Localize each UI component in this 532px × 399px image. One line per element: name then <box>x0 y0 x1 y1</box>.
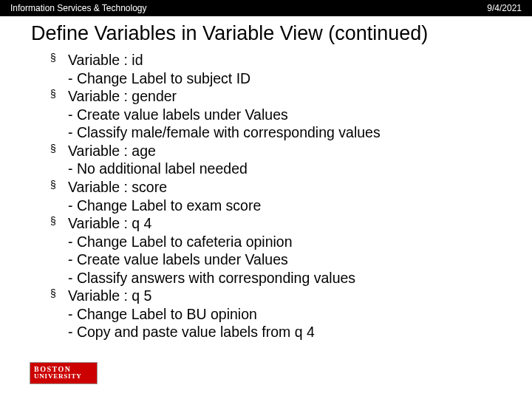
sub-item: - Copy and paste value labels from q 4 <box>50 323 532 341</box>
bullet-item: § Variable : id <box>50 51 532 69</box>
sub-item: - Create value labels under Values <box>50 250 532 269</box>
sub-item: - No additional label needed <box>50 160 532 178</box>
bullet-item: § Variable : age <box>50 142 532 160</box>
sub-item: - Classify answers with corresponding va… <box>50 269 532 287</box>
bullet-text: Variable : q 5 <box>68 287 151 304</box>
bullet-text: Variable : id <box>68 52 143 68</box>
bullet-text: Variable : score <box>68 179 167 195</box>
sub-item: - Classify male/female with correspondin… <box>50 123 532 142</box>
sub-item: - Change Label to exam score <box>50 197 532 215</box>
bullet-text: Variable : q 4 <box>68 215 151 231</box>
logo-line2: UNIVERSITY <box>34 373 97 380</box>
boston-university-logo: BOSTON UNIVERSITY <box>30 362 98 384</box>
bullet-item: § Variable : q 4 <box>50 214 532 233</box>
bullet-icon: § <box>50 287 56 301</box>
bullet-icon: § <box>50 215 56 228</box>
topbar-date: 9/4/2021 <box>487 3 522 13</box>
bullet-icon: § <box>50 179 56 192</box>
sub-item: - Change Label to cafeteria opinion <box>50 233 532 251</box>
sub-item: - Change Label to subject ID <box>50 69 532 88</box>
bullet-text: Variable : age <box>68 143 156 159</box>
bullet-text: Variable : gender <box>68 88 177 104</box>
sub-item: - Create value labels under Values <box>50 106 532 124</box>
sub-item: - Change Label to BU opinion <box>50 305 532 324</box>
bullet-item: § Variable : gender <box>50 87 532 106</box>
bullet-item: § Variable : q 5 <box>50 287 532 305</box>
top-bar: Information Services & Technology 9/4/20… <box>0 0 532 16</box>
slide-title: Define Variables in Variable View (conti… <box>0 16 532 50</box>
bullet-icon: § <box>50 88 56 101</box>
slide-content: § Variable : id - Change Label to subjec… <box>0 50 532 341</box>
topbar-left: Information Services & Technology <box>10 3 147 13</box>
bullet-icon: § <box>50 143 56 156</box>
bullet-item: § Variable : score <box>50 178 532 197</box>
bullet-icon: § <box>50 52 56 65</box>
